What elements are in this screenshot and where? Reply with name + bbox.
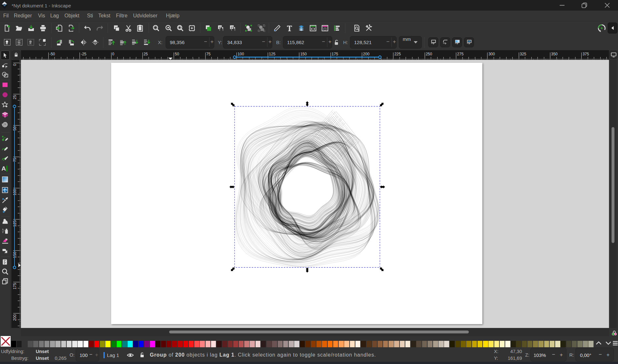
svg-text:375: 375 [583, 52, 589, 56]
svg-text:25: 25 [13, 95, 17, 99]
svg-text:325: 325 [520, 52, 526, 56]
svg-text:-25: -25 [81, 52, 87, 56]
svg-text:A: A [2, 165, 6, 172]
svg-text:-50: -50 [49, 52, 55, 56]
svg-text:175: 175 [332, 52, 338, 56]
svg-text:250: 250 [426, 52, 432, 56]
svg-text:275: 275 [457, 52, 464, 56]
svg-text:0: 0 [112, 52, 114, 56]
svg-text:150: 150 [300, 52, 307, 56]
svg-text:75: 75 [206, 52, 211, 56]
svg-text:0: 0 [13, 64, 17, 66]
svg-text:50: 50 [175, 52, 179, 56]
svg-text:125: 125 [269, 52, 275, 56]
svg-text:{}: {} [323, 27, 327, 31]
svg-text:200: 200 [13, 314, 17, 321]
svg-text:175: 175 [13, 283, 17, 289]
svg-text:350: 350 [551, 52, 558, 56]
svg-text:25: 25 [143, 52, 148, 56]
svg-text:300: 300 [488, 52, 495, 56]
svg-text:225: 225 [394, 52, 401, 56]
svg-text:100: 100 [237, 52, 244, 56]
svg-text:200: 200 [363, 52, 370, 56]
